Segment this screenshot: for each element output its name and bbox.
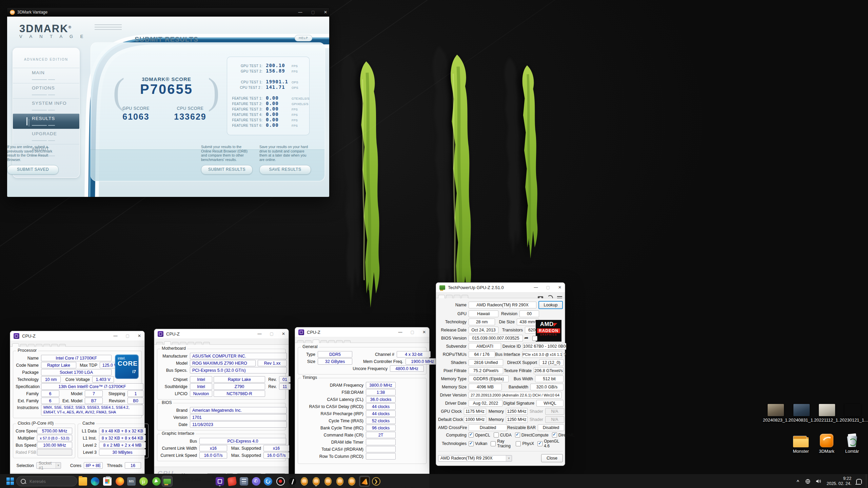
tab[interactable] bbox=[180, 342, 186, 345]
sidebar-menu-item[interactable]: RESULTS bbox=[13, 114, 79, 129]
taskbar-dark-app[interactable] bbox=[287, 476, 298, 487]
tab[interactable] bbox=[156, 342, 163, 345]
gpu-selector[interactable]: AMD Radeon(TM) R9 290X▼ bbox=[438, 455, 512, 462]
tab[interactable] bbox=[203, 342, 210, 345]
taskbar-search[interactable] bbox=[16, 476, 77, 486]
panel-action-button[interactable]: SAVE RESULTS bbox=[259, 165, 311, 175]
close-button[interactable]: Close bbox=[541, 454, 563, 462]
tab[interactable] bbox=[320, 340, 327, 343]
taskbar-green-app[interactable] bbox=[151, 476, 162, 487]
computing-checkbox[interactable]: CUDA bbox=[494, 432, 512, 438]
tab[interactable] bbox=[336, 340, 343, 343]
tab[interactable] bbox=[20, 344, 27, 347]
minimize-button[interactable]: — bbox=[298, 10, 302, 15]
taskbar-edge[interactable] bbox=[90, 476, 100, 487]
desktop-image-icon[interactable]: 20240823_1... bbox=[763, 404, 789, 423]
taskbar-store[interactable] bbox=[102, 476, 113, 487]
close-button[interactable]: ✕ bbox=[324, 10, 327, 15]
taskbar-calculator[interactable] bbox=[238, 476, 249, 487]
tab[interactable] bbox=[59, 344, 66, 347]
tab[interactable] bbox=[297, 340, 304, 343]
bus-help-icon[interactable]: ? bbox=[564, 352, 566, 357]
hidden-icons-chevron[interactable]: ^ bbox=[796, 479, 799, 484]
tab[interactable] bbox=[328, 340, 335, 343]
share-bios-icon[interactable] bbox=[524, 336, 531, 341]
taskbar-gpuz-running[interactable] bbox=[162, 476, 173, 487]
desktop-image-icon[interactable]: 20221112_1... bbox=[814, 404, 840, 423]
close-button[interactable]: ✕ bbox=[138, 333, 141, 338]
gpuz-titlebar[interactable]: TechPowerUp GPU-Z 2.51.0 — ▢ ✕ bbox=[436, 283, 565, 292]
cpuz-titlebar[interactable]: CPU-Z — ▢ ✕ bbox=[10, 331, 144, 341]
desktop-image-icon[interactable]: 20230121_1... bbox=[840, 404, 866, 423]
taskbar-utorrent[interactable]: µ bbox=[138, 476, 149, 487]
search-input[interactable] bbox=[29, 479, 71, 484]
close-button[interactable]: ✕ bbox=[282, 331, 285, 336]
tab[interactable] bbox=[305, 340, 312, 343]
sidebar-menu-item[interactable]: UPGRADE bbox=[13, 129, 79, 144]
taskbar-clock[interactable]: 9:22 2025. 02. 24. bbox=[827, 476, 851, 486]
taskbar-explorer[interactable] bbox=[77, 476, 88, 487]
minimize-button[interactable]: — bbox=[114, 333, 118, 338]
panel-action-button[interactable]: SUBMIT SAVED bbox=[7, 165, 59, 175]
technology-checkbox[interactable]: Vulkan bbox=[469, 439, 487, 448]
technology-checkbox[interactable]: OpenGL 4.6 bbox=[537, 439, 559, 448]
tab[interactable] bbox=[36, 344, 42, 347]
tab[interactable] bbox=[12, 343, 19, 347]
technology-checkbox[interactable]: Ray Tracing bbox=[491, 439, 512, 448]
vantage-titlebar[interactable]: 3DMark Vantage — ▢ ✕ bbox=[7, 8, 329, 17]
taskbar-vantage-2-running[interactable] bbox=[311, 476, 321, 487]
tab[interactable] bbox=[313, 340, 319, 343]
desktop-shortcut-3dmark[interactable]: 3DMark bbox=[814, 434, 840, 454]
computing-checkbox[interactable]: DirectCompute bbox=[515, 432, 549, 438]
taskbar-flame-app-running[interactable] bbox=[359, 476, 370, 487]
taskbar-cpuz-running[interactable] bbox=[214, 476, 225, 487]
tab[interactable] bbox=[188, 342, 194, 345]
panel-action-button[interactable]: SUBMIT RESULTS bbox=[201, 165, 253, 175]
socket-selector[interactable]: Socket #1▼ bbox=[36, 462, 61, 469]
cpuz-titlebar[interactable]: CPU-Z — ▢ ✕ bbox=[295, 327, 429, 337]
close-button[interactable]: ✕ bbox=[558, 285, 561, 290]
tab[interactable] bbox=[43, 344, 50, 347]
taskbar-vantage-3[interactable] bbox=[322, 476, 333, 487]
desktop-folder-monster[interactable]: Monster bbox=[788, 434, 814, 454]
sidebar-menu-item[interactable]: MAIN bbox=[13, 68, 79, 83]
technology-checkbox[interactable]: PhysX bbox=[516, 439, 534, 448]
taskbar-media-player[interactable]: 321 bbox=[126, 476, 137, 487]
computing-checkbox[interactable]: DirectML bbox=[552, 432, 575, 438]
taskbar-vantage-1[interactable] bbox=[299, 476, 310, 487]
tab[interactable] bbox=[164, 341, 171, 345]
sidebar-menu-item[interactable]: SYSTEM INFO bbox=[13, 98, 79, 114]
computing-checkbox[interactable]: OpenCL bbox=[469, 432, 490, 438]
minimize-button[interactable]: — bbox=[534, 285, 538, 290]
tab[interactable] bbox=[195, 342, 202, 345]
start-button[interactable] bbox=[5, 476, 16, 487]
desktop-image-icon[interactable]: 20240831_1... bbox=[789, 404, 814, 423]
volume-icon[interactable] bbox=[816, 479, 821, 484]
taskbar-gold-chevron-app[interactable]: ❯ bbox=[371, 476, 381, 487]
network-icon[interactable] bbox=[805, 479, 810, 484]
tab[interactable] bbox=[446, 295, 453, 298]
tab[interactable] bbox=[461, 295, 468, 298]
notification-bell-icon[interactable] bbox=[856, 479, 862, 484]
taskbar-vantage-4[interactable] bbox=[334, 476, 345, 487]
taskbar-recorder[interactable] bbox=[275, 476, 286, 487]
taskbar-blue-app[interactable] bbox=[262, 476, 273, 487]
tab[interactable] bbox=[438, 295, 445, 298]
taskbar-viber[interactable] bbox=[251, 476, 261, 487]
tab[interactable] bbox=[51, 344, 58, 347]
help-button[interactable]: HELP bbox=[295, 35, 312, 41]
tab[interactable] bbox=[454, 295, 460, 298]
show-desktop-strip[interactable] bbox=[866, 474, 868, 488]
tab[interactable] bbox=[344, 340, 351, 343]
taskbar-firefox[interactable] bbox=[114, 476, 125, 487]
close-button[interactable]: ✕ bbox=[422, 330, 426, 334]
taskbar-vantage-5[interactable] bbox=[346, 476, 357, 487]
minimize-button[interactable]: — bbox=[258, 331, 262, 336]
maximize-button[interactable]: ▢ bbox=[311, 10, 315, 15]
tab[interactable] bbox=[28, 344, 35, 347]
minimize-button[interactable]: — bbox=[398, 330, 402, 334]
desktop-recycle-bin[interactable]: Lomtár bbox=[839, 434, 865, 454]
tab[interactable] bbox=[172, 342, 179, 345]
cpuz-titlebar[interactable]: CPU-Z — ▢ ✕ bbox=[154, 329, 289, 339]
sidebar-menu-item[interactable]: OPTIONS bbox=[13, 83, 79, 98]
